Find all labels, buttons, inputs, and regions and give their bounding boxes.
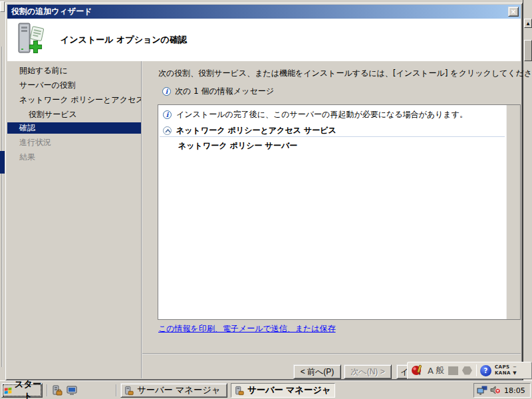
restart-warning-text: インストールの完了後に、このサーバーの再起動が必要になる場合があります。	[176, 109, 467, 120]
taskbar-separator	[116, 384, 117, 396]
window-title: 役割の追加ウィザード	[11, 7, 92, 16]
ime-language-bar[interactable]: A 般 ? CAPS KANA − ▼	[407, 362, 532, 379]
wizard-header: インストール オプションの確認	[7, 19, 521, 61]
task-label: サーバー マネージャ	[137, 384, 221, 396]
quick-launch-server-manager-icon[interactable]	[52, 385, 63, 396]
background-window-scrollbar[interactable]: ▲	[523, 0, 532, 380]
wizard-steps-sidebar: 開始する前に サーバーの役割 ネットワーク ポリシーとアクセス サービ... 役…	[7, 61, 141, 378]
info-icon: i	[163, 110, 172, 119]
start-focus-rect	[3, 385, 41, 396]
role-group-title: ネットワーク ポリシーとアクセス サービス	[176, 125, 336, 136]
ime-options-arrow-icon[interactable]: ▼	[513, 370, 516, 376]
background-toolbar-fragment	[0, 1, 5, 12]
sidebar-item-results: 結果	[7, 152, 141, 163]
ime-minimize-options[interactable]: − ▼	[513, 364, 517, 376]
group-underline	[160, 136, 505, 137]
server-manager-icon	[124, 386, 134, 396]
system-tray: 18:05	[473, 383, 531, 398]
desktop: { "window": { "title": "役割の追加ウィザード" }, "…	[0, 0, 532, 399]
ime-separator	[476, 364, 477, 376]
caps-indicator: CAPS	[495, 364, 510, 370]
clock[interactable]: 18:05	[504, 386, 525, 395]
kana-indicator: KANA	[495, 370, 511, 376]
background-divider	[1, 47, 3, 367]
network-icon[interactable]	[477, 386, 488, 395]
sidebar-item-role-services[interactable]: 役割サービス	[7, 109, 141, 120]
role-group-header[interactable]: ネットワーク ポリシーとアクセス サービス	[163, 125, 336, 136]
info-summary-row[interactable]: i 次の 1 個の情報メッセージ	[162, 86, 274, 97]
close-icon[interactable]: ×	[508, 7, 519, 17]
role-service-item: ネットワーク ポリシー サーバー	[178, 140, 297, 152]
next-button-disabled: 次へ(N) >	[344, 364, 392, 379]
previous-button[interactable]: < 前へ(P)	[293, 364, 341, 379]
ime-pen-icon[interactable]	[410, 364, 424, 377]
ime-input-mode-alpha[interactable]: A	[428, 366, 434, 376]
wizard-content: 次の役割、役割サービス、または機能をインストールするには、[インストール] をク…	[142, 61, 521, 378]
confirmation-message-box: i インストールの完了後に、このサーバーの再起動が必要になる場合があります。 ネ…	[158, 104, 521, 320]
ime-caps-kana-indicator[interactable]: CAPS KANA	[495, 364, 511, 376]
info-summary-text: 次の 1 個の情報メッセージ	[175, 86, 274, 97]
title-bar[interactable]: 役割の追加ウィザード ×	[7, 5, 521, 19]
taskbar-separator	[47, 384, 48, 396]
ime-pad-icon[interactable]	[462, 366, 472, 375]
sidebar-item-server-roles[interactable]: サーバーの役割	[7, 80, 141, 91]
add-role-server-icon	[17, 22, 46, 59]
sidebar-item-network-policy-access[interactable]: ネットワーク ポリシーとアクセス サービ...	[7, 94, 141, 106]
ime-tools-icon[interactable]	[448, 366, 458, 375]
scroll-up-icon[interactable]: ▲	[524, 19, 532, 28]
server-manager-icon	[235, 386, 244, 396]
task-label: サーバー マネージャ	[247, 384, 331, 396]
taskbar-button-server-manager-active[interactable]: サーバー マネージャ	[231, 383, 335, 398]
instruction-text: 次の役割、役割サービス、または機能をインストールするには、[インストール] をク…	[158, 68, 532, 79]
taskbar-button-server-manager[interactable]: サーバー マネージャ	[120, 383, 227, 398]
ime-minimize-icon[interactable]: −	[513, 364, 517, 370]
scrollbar-thumb[interactable]	[524, 40, 532, 61]
sidebar-item-confirmation[interactable]: 確認	[7, 122, 141, 134]
button-separator	[142, 353, 521, 354]
quick-launch-show-desktop-icon[interactable]	[66, 385, 77, 396]
volume-muted-icon[interactable]	[490, 386, 501, 395]
background-window-left-edge	[0, 0, 5, 380]
chevron-up-icon[interactable]	[163, 126, 172, 135]
background-selected-tree-item-fragment	[0, 151, 5, 174]
page-title: インストール オプションの確認	[61, 34, 187, 46]
ime-conversion-mode-general[interactable]: 般	[436, 364, 444, 376]
start-button[interactable]: スタート	[1, 383, 43, 398]
info-icon: i	[162, 87, 171, 96]
sidebar-item-progress: 進行状況	[7, 137, 141, 148]
add-roles-wizard-dialog: 役割の追加ウィザード × インストール オプションの確認 開始する前	[5, 3, 523, 380]
ime-help-icon[interactable]: ?	[480, 365, 491, 376]
restart-warning-row: i インストールの完了後に、このサーバーの再起動が必要になる場合があります。	[163, 109, 467, 120]
sidebar-item-before-you-begin[interactable]: 開始する前に	[7, 65, 141, 76]
taskbar: スタート サーバー マネージャ サーバ	[0, 380, 532, 399]
print-email-save-link[interactable]: この情報を印刷、電子メールで送信、または保存	[158, 323, 336, 334]
message-box-scrollbar[interactable]	[506, 105, 520, 319]
